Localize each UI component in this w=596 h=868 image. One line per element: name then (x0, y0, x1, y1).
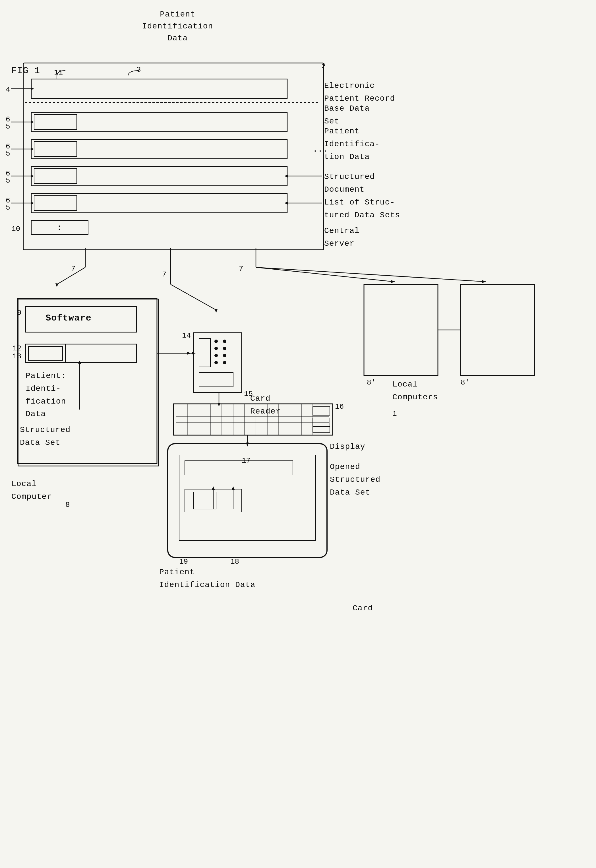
svg-point-52 (223, 361, 226, 364)
svg-marker-90 (246, 443, 249, 447)
local-computer-label: Local Computer (11, 478, 52, 503)
svg-marker-22 (284, 175, 288, 177)
central-server-box (23, 63, 324, 250)
num-12: 12 (13, 344, 21, 353)
svg-marker-18 (31, 175, 34, 177)
num-16: 16 (335, 402, 344, 411)
num-7a: 7 (71, 264, 76, 273)
svg-rect-78 (193, 492, 216, 509)
svg-rect-85 (461, 284, 535, 375)
num-2: 2 (321, 62, 326, 71)
patient-identifica-tion-data-label: Patient Identifica- tion Data (324, 125, 380, 163)
num-8: 8 (65, 500, 70, 509)
patient-identi-fication-data-left: Patient: Identi- fication Data (26, 370, 66, 421)
svg-line-29 (171, 284, 216, 310)
svg-point-46 (223, 340, 226, 343)
svg-line-34 (256, 267, 483, 282)
svg-marker-16 (31, 148, 34, 151)
card-label: Card (353, 604, 373, 613)
svg-rect-9 (34, 196, 77, 210)
svg-marker-91 (187, 352, 191, 355)
num-5a: 5 (6, 122, 10, 131)
num-14: 14 (182, 331, 191, 340)
local-computers-label: Local Computers (392, 378, 438, 404)
base-data-set-label: Base Data Set (324, 102, 370, 128)
svg-marker-93 (192, 352, 196, 355)
svg-rect-75 (179, 455, 316, 540)
patient-id-data-bottom: Patient Identification Data (159, 566, 255, 592)
svg-marker-88 (218, 403, 220, 407)
svg-rect-76 (185, 461, 293, 475)
electronic-patient-record-label: Electronic Patient Record (324, 80, 395, 105)
num-5d: 5 (6, 203, 10, 212)
svg-rect-39 (28, 346, 63, 360)
svg-marker-20 (31, 202, 34, 204)
svg-rect-7 (34, 169, 77, 183)
diagram-svg (0, 0, 596, 868)
svg-rect-6 (31, 166, 287, 186)
svg-rect-84 (364, 284, 438, 375)
svg-point-50 (223, 354, 226, 357)
num-17: 17 (242, 456, 251, 465)
svg-marker-14 (31, 121, 34, 123)
svg-marker-12 (31, 87, 34, 90)
central-server-label: Central Server (324, 225, 360, 250)
diagram-container: FIG 1 Patient Identification Data 2 3 11… (0, 0, 596, 868)
card-reader-label: Card Reader (250, 393, 281, 418)
svg-marker-42 (78, 361, 81, 364)
svg-marker-33 (391, 280, 395, 283)
num-4: 4 (6, 85, 10, 94)
svg-point-47 (214, 347, 218, 350)
fig-title: FIG 1 (11, 65, 40, 76)
structured-document-label: Structured Document (324, 171, 375, 196)
num-9: 9 (17, 309, 22, 317)
svg-marker-24 (284, 202, 288, 204)
num-19: 19 (179, 557, 188, 566)
svg-point-49 (214, 354, 218, 357)
num-7b: 7 (162, 270, 167, 279)
num-18: 18 (230, 557, 239, 566)
svg-point-51 (214, 361, 218, 364)
num-8prime-b: 8' (461, 378, 469, 387)
svg-rect-5 (34, 142, 77, 156)
num-1: 1 (392, 410, 397, 418)
patient-id-data-top-label: Patient Identification Data (142, 9, 213, 44)
svg-rect-8 (31, 193, 287, 213)
list-structured-label: List of Struc- tured Data Sets (324, 196, 400, 222)
svg-rect-72 (313, 418, 330, 427)
svg-point-45 (214, 340, 218, 343)
svg-rect-1 (31, 79, 287, 98)
svg-marker-80 (212, 486, 215, 490)
svg-rect-71 (313, 407, 330, 415)
num-7c: 7 (239, 264, 243, 273)
svg-rect-4 (31, 139, 287, 159)
svg-rect-3 (34, 115, 77, 129)
opened-structured-data-set-label: Opened Structured Data Set (330, 461, 381, 499)
num-8prime-a: 8' (367, 378, 376, 387)
svg-rect-73 (313, 427, 330, 432)
structured-data-set-label: Structured Data Set (20, 424, 71, 449)
svg-rect-77 (185, 489, 242, 512)
num-10: 10 (11, 225, 20, 233)
svg-rect-38 (26, 344, 136, 363)
num-3: 3 (136, 65, 141, 74)
svg-line-32 (256, 267, 392, 282)
vertical-dots: : (57, 223, 62, 232)
svg-marker-35 (482, 280, 486, 283)
num-13: 13 (13, 352, 21, 361)
svg-rect-44 (199, 338, 210, 367)
software-label: Software (46, 313, 91, 323)
num-11: 11 (54, 68, 63, 77)
svg-rect-53 (199, 373, 233, 387)
num-5c: 5 (6, 176, 10, 185)
svg-rect-43 (193, 333, 242, 393)
svg-point-48 (223, 347, 226, 350)
svg-marker-82 (232, 486, 235, 490)
ellipsis: ... (313, 145, 328, 154)
num-5b: 5 (6, 149, 10, 158)
display-label: Display (330, 442, 365, 451)
svg-marker-27 (55, 283, 58, 287)
svg-rect-2 (31, 112, 287, 132)
svg-marker-30 (215, 309, 218, 313)
